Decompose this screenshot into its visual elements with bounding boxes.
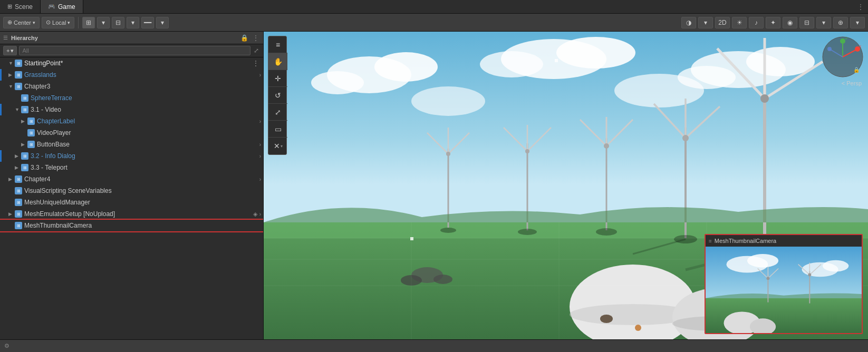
expand-arrow-chapter4: ▶ bbox=[8, 177, 15, 182]
svg-point-81 bbox=[823, 260, 848, 272]
tab-menu-button[interactable]: ⋮ bbox=[853, 3, 868, 11]
expand-arrow-mesh-emulator: ▶ bbox=[8, 211, 15, 217]
local-button[interactable]: ⊙ Local ▾ bbox=[42, 17, 74, 28]
light-button[interactable]: ☀ bbox=[732, 17, 747, 28]
expand-arrow-3-1: ▼ bbox=[15, 107, 21, 112]
grasslands-blue-bar bbox=[0, 69, 2, 81]
tree-item-sphere-terrace[interactable]: ⊞ SphereTerrace bbox=[0, 92, 263, 104]
game-tab-label: Game bbox=[58, 3, 75, 11]
tree-item-chapter3[interactable]: ▼ ⊞ Chapter3 bbox=[0, 81, 263, 92]
hierarchy-search-bar: + ▾ ⤢ bbox=[0, 44, 263, 57]
svg-point-39 bbox=[440, 228, 456, 233]
grid-button[interactable]: ⊟ bbox=[112, 17, 124, 28]
bottom-tools-icon: ⚙ bbox=[4, 343, 9, 349]
scene-rotate-tool[interactable]: ↺ bbox=[268, 87, 287, 104]
scene-tab-label: Scene bbox=[15, 3, 33, 11]
svg-point-13 bbox=[614, 74, 704, 107]
tree-item-button-base[interactable]: ▶ ⊞ ButtonBase › bbox=[0, 139, 263, 150]
svg-rect-61 bbox=[410, 237, 413, 240]
tree-item-mesh-emulator[interactable]: ▶ ⊞ MeshEmulatorSetup [NoUpload] ◈ › bbox=[0, 208, 263, 220]
hierarchy-header: ☰ Hierarchy 🔒 ⋮ bbox=[0, 32, 263, 44]
chapter4-icon: ⊞ bbox=[15, 175, 22, 183]
svg-point-91 bbox=[808, 273, 811, 276]
camera-thumbnail: ≡ MeshThumbnailCamera bbox=[705, 234, 863, 334]
audio-button[interactable]: ♪ bbox=[749, 17, 764, 28]
tree-item-3-2-info-dialog[interactable]: ▶ ⊞ 3.2 - Info Dialog › bbox=[0, 150, 263, 162]
button-base-label: ButtonBase bbox=[37, 141, 70, 148]
hierarchy-panel: ☰ Hierarchy 🔒 ⋮ + ▾ ⤢ ▼ ⊞ StartingPoint* bbox=[0, 32, 264, 339]
transform-icon: ✕ bbox=[274, 142, 280, 150]
chapter3-label: Chapter3 bbox=[24, 83, 50, 90]
tree-item-chapter4[interactable]: ▶ ⊞ Chapter4 › bbox=[0, 173, 263, 185]
snap-arrow-button[interactable]: ▾ bbox=[97, 17, 110, 28]
hierarchy-options-icon[interactable]: ⋮ bbox=[252, 34, 260, 42]
svg-point-5 bbox=[311, 71, 364, 94]
scene-toolbar: ⊕ Center ▾ ⊙ Local ▾ ⊞ ▾ ⊟ ▾ ━━ ▾ ◑ ▾ 2D… bbox=[0, 14, 868, 32]
local-icon: ⊙ bbox=[46, 19, 51, 26]
search-input[interactable] bbox=[19, 46, 250, 55]
fx-button[interactable]: ✦ bbox=[766, 17, 780, 28]
center-button[interactable]: ⊕ Center ▾ bbox=[3, 17, 40, 28]
scene-transform-tool[interactable]: ✕ ▾ bbox=[268, 138, 287, 154]
button-base-icon: ⊞ bbox=[27, 141, 35, 148]
scene-scale-tool[interactable]: ⤢ bbox=[268, 104, 287, 121]
tab-game[interactable]: 🎮 Game bbox=[41, 0, 83, 13]
add-button[interactable]: + ▾ bbox=[3, 46, 17, 55]
2d-button[interactable]: 2D bbox=[715, 17, 730, 28]
3-3-teleport-label: 3.3 - Teleport bbox=[31, 164, 67, 171]
camera-thumbnail-body bbox=[706, 247, 862, 333]
scene-menu-icon[interactable]: ≡ bbox=[268, 36, 287, 53]
scene-move-tool[interactable]: ✛ bbox=[268, 70, 287, 87]
render-mode-arrow-button[interactable]: ▾ bbox=[698, 17, 713, 28]
more-button[interactable]: ⊕ bbox=[833, 17, 848, 28]
layers-arrow-button[interactable]: ▾ bbox=[816, 17, 831, 28]
svg-point-33 bbox=[760, 94, 769, 103]
scene-rect-tool[interactable]: ▭ bbox=[268, 121, 287, 138]
ruler-arrow-button[interactable]: ▾ bbox=[156, 17, 169, 28]
tab-scene[interactable]: ⊞ Scene bbox=[0, 0, 41, 13]
button-base-arrow-right: › bbox=[259, 142, 261, 148]
render-mode-button[interactable]: ◑ bbox=[681, 17, 696, 28]
tree-item-video-player[interactable]: ⊞ VideoPlayer bbox=[0, 127, 263, 139]
3-2-info-arrow-right: › bbox=[259, 153, 261, 159]
ruler-button[interactable]: ━━ bbox=[141, 17, 154, 28]
hierarchy-lock-icon[interactable]: 🔒 bbox=[239, 34, 249, 42]
svg-point-28 bbox=[604, 143, 609, 149]
grasslands-icon: ⊞ bbox=[15, 71, 22, 79]
hierarchy-content: ▼ ⊞ StartingPoint* ⋮ ▶ ⊞ Grasslands › ▼ bbox=[0, 57, 263, 339]
svg-point-86 bbox=[766, 277, 769, 280]
tree-item-starting-point[interactable]: ▼ ⊞ StartingPoint* ⋮ bbox=[0, 57, 263, 69]
starting-point-options[interactable]: ⋮ bbox=[250, 59, 261, 67]
layers-button[interactable]: ⊟ bbox=[799, 17, 814, 28]
tree-item-mesh-thumbnail-camera[interactable]: ⊞ MeshThumbnailCamera bbox=[0, 220, 263, 231]
svg-point-79 bbox=[747, 254, 778, 268]
grasslands-arrow-right: › bbox=[259, 72, 261, 78]
chapter-label-icon: ⊞ bbox=[27, 118, 35, 125]
svg-text:Y: Y bbox=[845, 36, 848, 41]
tree-item-3-3-teleport[interactable]: ▶ ⊞ 3.3 - Teleport bbox=[0, 162, 263, 173]
tree-item-3-1-video[interactable]: ▼ ⊞ 3.1 - Video bbox=[0, 104, 263, 115]
scene-visibility-button[interactable]: ◉ bbox=[783, 17, 797, 28]
tree-item-mesh-unique-id[interactable]: ⊞ MeshUniqueIdManager bbox=[0, 197, 263, 208]
tree-item-chapter-label[interactable]: ▶ ⊞ ChapterLabel › bbox=[0, 115, 263, 127]
grid-arrow-button[interactable]: ▾ bbox=[127, 17, 139, 28]
expand-arrow-button-base: ▶ bbox=[21, 142, 27, 147]
svg-point-74 bbox=[827, 47, 832, 51]
tree-item-grasslands[interactable]: ▶ ⊞ Grasslands › bbox=[0, 69, 263, 81]
svg-point-4 bbox=[374, 52, 438, 82]
search-expand-icon[interactable]: ⤢ bbox=[253, 46, 260, 55]
toolbar-sep-1 bbox=[78, 17, 79, 28]
camera-thumbnail-title: MeshThumbnailCamera bbox=[715, 238, 776, 244]
scene-gizmo[interactable]: Y X 🔒 bbox=[822, 36, 864, 78]
sphere-terrace-label: SphereTerrace bbox=[31, 94, 72, 102]
thumbnail-menu-icon: ≡ bbox=[709, 238, 712, 244]
scene-left-toolbar: ≡ ✋ ✛ ↺ ⤢ ▭ ✕ ▾ bbox=[268, 36, 287, 155]
scene-view[interactable]: ≡ ✋ ✛ ↺ ⤢ ▭ ✕ ▾ Y X bbox=[264, 32, 868, 339]
hierarchy-menu-icon: ☰ bbox=[3, 35, 8, 41]
snap-button[interactable]: ⊞ bbox=[82, 17, 95, 28]
expand-arrow-chapter3: ▼ bbox=[8, 84, 15, 89]
tree-item-visual-scripting[interactable]: ⊞ VisualScripting SceneVariables bbox=[0, 185, 263, 197]
svg-point-18 bbox=[446, 152, 450, 156]
scene-hand-tool[interactable]: ✋ bbox=[268, 53, 287, 70]
more-arrow-button[interactable]: ▾ bbox=[850, 17, 865, 28]
